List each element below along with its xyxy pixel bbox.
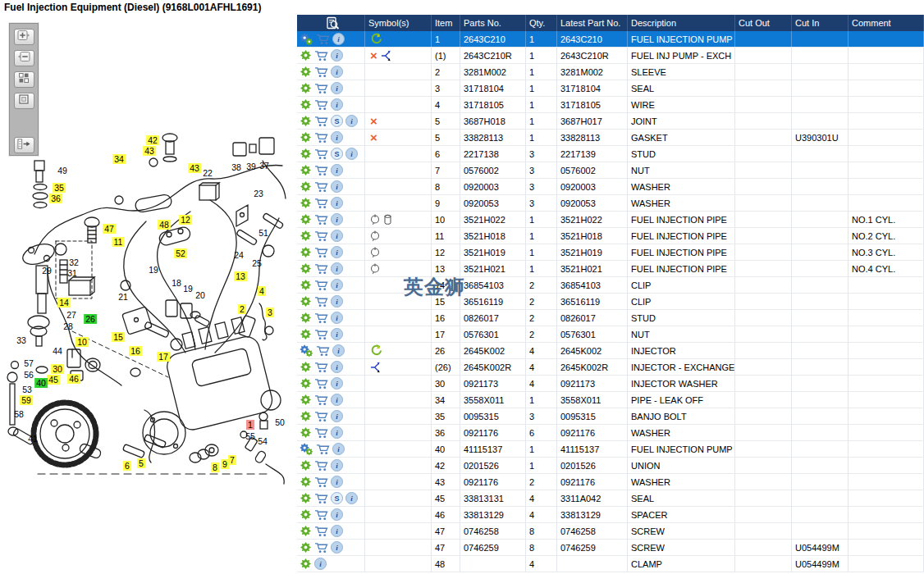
cart-icon[interactable]	[314, 542, 328, 554]
gear-icon[interactable]	[300, 361, 312, 373]
table-row[interactable]: i×533828113133828113GASKETU390301U	[297, 130, 924, 146]
gear-icon[interactable]	[300, 49, 312, 61]
gear-icon[interactable]	[300, 164, 312, 176]
cart-icon[interactable]	[314, 50, 328, 61]
gear-icon[interactable]	[300, 115, 312, 127]
gear-icon[interactable]	[300, 197, 312, 209]
diagram-callout-46[interactable]: 46	[67, 374, 80, 384]
diagram-callout-41[interactable]: 41	[26, 434, 39, 444]
info-icon[interactable]: i	[331, 246, 343, 258]
info-icon[interactable]: i	[331, 394, 343, 406]
gear-icon[interactable]	[300, 492, 312, 504]
table-row[interactable]: i8092000330920003WASHER	[297, 179, 924, 195]
cart-icon[interactable]	[316, 345, 330, 357]
info-icon[interactable]: i	[331, 213, 343, 226]
cart-icon[interactable]	[314, 198, 328, 209]
table-row[interactable]: i×(1)2643C210R12643C210RFUEL INJ PUMP - …	[297, 48, 924, 64]
cart-icon[interactable]	[314, 83, 328, 94]
gear-icon[interactable]	[300, 262, 312, 275]
diagram-callout-13[interactable]: 13	[234, 271, 247, 281]
diagram-callout-4[interactable]: 4	[258, 286, 266, 296]
gear-icon[interactable]	[300, 230, 312, 242]
info-icon[interactable]: i	[331, 164, 343, 176]
diagram-callout-1[interactable]: 1	[246, 420, 254, 430]
diagram-callout-47[interactable]: 47	[103, 224, 116, 234]
info-icon[interactable]: i	[331, 410, 343, 422]
cart-icon[interactable]	[314, 165, 328, 176]
gear-icon[interactable]	[300, 98, 312, 111]
cart-icon[interactable]	[316, 34, 330, 45]
cart-icon[interactable]	[314, 296, 328, 308]
diagram-callout-38[interactable]: 38	[230, 162, 243, 172]
cart-icon[interactable]	[314, 509, 328, 521]
cart-icon[interactable]	[314, 230, 328, 242]
diagram-callout-16[interactable]: 16	[129, 346, 142, 356]
diagram-callout-19[interactable]: 19	[147, 265, 160, 275]
table-row[interactable]: i123521H01913521H019FUEL INJECTION PIPEN…	[297, 244, 924, 261]
s-badge-icon[interactable]: S	[331, 492, 343, 504]
diagram-callout-10[interactable]: 10	[75, 337, 89, 347]
diagram-callout-35[interactable]: 35	[53, 183, 66, 193]
cart-icon[interactable]	[314, 476, 328, 488]
diagram-callout-58[interactable]: 58	[12, 409, 25, 419]
cart-icon[interactable]	[316, 444, 330, 455]
cart-icon[interactable]	[314, 116, 328, 127]
info-icon[interactable]: i	[331, 361, 343, 373]
cart-icon[interactable]	[314, 99, 328, 111]
diagram-callout-24[interactable]: 24	[232, 250, 245, 260]
info-icon[interactable]: i	[332, 443, 345, 455]
diagram-callout-26[interactable]: 26	[84, 314, 97, 324]
expand-panel-button[interactable]	[14, 137, 34, 153]
zoom-in-button[interactable]	[14, 29, 34, 45]
diagram-callout-29[interactable]: 29	[40, 266, 53, 276]
cart-icon[interactable]	[314, 378, 328, 390]
table-row[interactable]: i431718105131718105WIRE	[297, 97, 924, 113]
cart-icon[interactable]	[314, 394, 328, 406]
table-row[interactable]: Si6221713832217139STUD	[297, 146, 924, 162]
diagram-callout-32[interactable]: 32	[67, 257, 80, 267]
info-icon[interactable]: i	[332, 344, 345, 357]
info-icon[interactable]: i	[331, 328, 343, 340]
zoom-out-button[interactable]	[14, 50, 34, 66]
tile-view-button[interactable]	[14, 71, 34, 88]
diagram-callout-31[interactable]: 31	[66, 268, 79, 278]
info-icon[interactable]: i	[331, 262, 343, 275]
diagram-callout-49[interactable]: 49	[56, 166, 69, 175]
table-row[interactable]: i47074625880746258SCREW	[297, 523, 924, 540]
diagram-callout-14[interactable]: 14	[57, 298, 71, 308]
cart-icon[interactable]	[314, 148, 328, 160]
table-row[interactable]: i23281M00213281M002SLEEVE	[297, 64, 924, 80]
cart-icon[interactable]	[314, 66, 328, 78]
gear-icon[interactable]	[300, 525, 312, 537]
diagram-callout-50[interactable]: 50	[273, 417, 286, 427]
gear-icon[interactable]	[300, 180, 312, 193]
gear-icon[interactable]	[300, 377, 312, 390]
diagram-callout-19[interactable]: 19	[181, 284, 194, 294]
diagram-callout-20[interactable]: 20	[194, 290, 207, 300]
table-row[interactable]: i133521H02113521H021FUEL INJECTION PIPEN…	[297, 261, 924, 277]
info-icon[interactable]: i	[332, 33, 345, 45]
diagram-callout-23[interactable]: 23	[252, 189, 265, 198]
cart-icon[interactable]	[314, 460, 328, 472]
info-icon[interactable]: i	[331, 476, 343, 488]
info-icon[interactable]: i	[331, 66, 343, 78]
table-row[interactable]: i16082601720826017STUD	[297, 310, 924, 326]
gear-icon[interactable]	[300, 394, 312, 406]
cart-icon[interactable]	[314, 526, 328, 537]
gear-icon[interactable]	[300, 476, 312, 488]
info-icon[interactable]: i	[345, 115, 358, 127]
cart-icon[interactable]	[314, 214, 328, 226]
table-row[interactable]: i4041115137141115137FUEL INJECTION PUMP …	[297, 441, 924, 458]
table-row[interactable]: i35009531530095315BANJO BOLT	[297, 408, 924, 425]
info-icon[interactable]: i	[331, 459, 343, 472]
diagram-callout-59[interactable]: 59	[20, 395, 33, 405]
table-row[interactable]: Si×53687H01813687H017JOINT	[297, 113, 924, 130]
table-row[interactable]: i103521H02213521H022FUEL INJECTION PIPEN…	[297, 212, 924, 228]
diagram-callout-43[interactable]: 43	[188, 163, 201, 173]
info-icon[interactable]: i	[331, 312, 343, 324]
diagram-callout-43[interactable]: 43	[143, 146, 156, 156]
diagram-callout-34[interactable]: 34	[112, 154, 126, 164]
diagram-callout-22[interactable]: 22	[201, 168, 214, 178]
info-icon[interactable]: i	[331, 525, 343, 537]
diagram-callout-8[interactable]: 8	[211, 462, 219, 472]
